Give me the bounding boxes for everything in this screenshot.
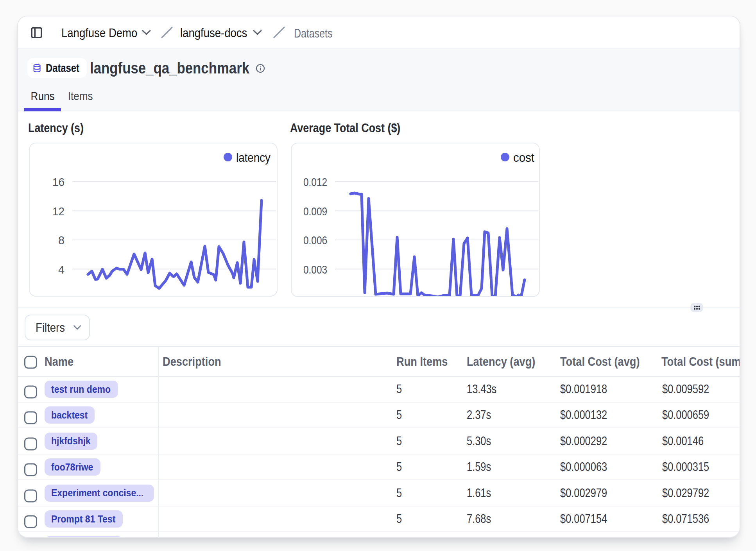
svg-text:16: 16: [52, 175, 64, 188]
svg-text:0.003: 0.003: [303, 263, 327, 276]
svg-text:8: 8: [58, 234, 64, 247]
svg-text:4: 4: [58, 263, 64, 276]
svg-text:0.009: 0.009: [303, 205, 327, 218]
svg-text:cost: cost: [513, 150, 534, 165]
svg-text:0.006: 0.006: [303, 234, 327, 247]
svg-text:12: 12: [52, 205, 64, 218]
svg-text:latency: latency: [236, 150, 271, 165]
svg-text:0.012: 0.012: [303, 175, 327, 188]
